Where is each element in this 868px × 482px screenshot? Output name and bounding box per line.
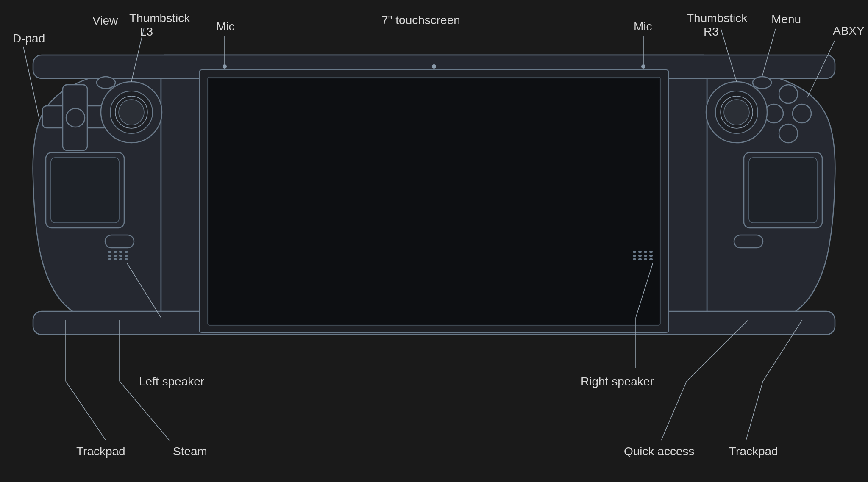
svg-point-53 bbox=[223, 64, 227, 69]
svg-point-8 bbox=[66, 108, 85, 127]
label-trackpad-right: Trackpad bbox=[729, 445, 778, 458]
svg-point-13 bbox=[97, 77, 115, 89]
svg-rect-27 bbox=[119, 258, 122, 260]
svg-rect-26 bbox=[114, 258, 117, 260]
svg-rect-28 bbox=[125, 258, 128, 260]
label-thumbstick-l3-sub: L3 bbox=[140, 25, 153, 38]
svg-rect-48 bbox=[649, 255, 653, 257]
svg-rect-52 bbox=[649, 258, 653, 260]
svg-rect-46 bbox=[638, 255, 642, 257]
svg-rect-43 bbox=[644, 251, 647, 253]
svg-rect-49 bbox=[633, 258, 636, 260]
svg-point-31 bbox=[779, 124, 798, 143]
svg-line-66 bbox=[66, 381, 106, 440]
label-thumbstick-r3: Thumbstick bbox=[687, 11, 748, 25]
svg-rect-21 bbox=[108, 255, 111, 257]
svg-rect-17 bbox=[108, 251, 111, 253]
label-thumbstick-l3: Thumbstick bbox=[129, 11, 190, 25]
svg-rect-15 bbox=[51, 158, 119, 223]
label-view: View bbox=[92, 14, 118, 27]
svg-rect-24 bbox=[125, 255, 128, 257]
svg-rect-40 bbox=[734, 235, 763, 248]
label-menu: Menu bbox=[771, 13, 801, 26]
label-mic-left: Mic bbox=[216, 20, 235, 33]
svg-point-30 bbox=[793, 104, 811, 123]
label-dpad: D-pad bbox=[13, 32, 45, 45]
svg-rect-45 bbox=[633, 255, 636, 257]
label-thumbstick-r3-sub: R3 bbox=[704, 25, 719, 38]
svg-point-35 bbox=[724, 100, 749, 125]
svg-rect-41 bbox=[633, 251, 636, 253]
svg-rect-51 bbox=[644, 258, 647, 260]
svg-rect-50 bbox=[638, 258, 642, 260]
diagram-container: .dev-stroke { fill: none; stroke: #6a7a8… bbox=[0, 0, 868, 482]
label-trackpad-left: Trackpad bbox=[76, 445, 125, 458]
svg-point-29 bbox=[779, 85, 798, 103]
label-abxy: ABXY bbox=[833, 24, 865, 37]
label-steam: Steam bbox=[173, 445, 207, 458]
label-touchscreen: 7" touchscreen bbox=[381, 14, 460, 27]
label-right-speaker: Right speaker bbox=[581, 375, 654, 388]
svg-rect-23 bbox=[119, 255, 122, 257]
label-quick-access: Quick access bbox=[624, 445, 695, 458]
svg-point-54 bbox=[432, 64, 436, 69]
svg-rect-39 bbox=[749, 158, 817, 223]
svg-line-68 bbox=[120, 381, 170, 440]
svg-rect-47 bbox=[644, 255, 647, 257]
svg-rect-19 bbox=[119, 251, 122, 253]
svg-point-55 bbox=[641, 64, 645, 69]
svg-rect-18 bbox=[114, 251, 117, 253]
svg-rect-5 bbox=[209, 79, 659, 324]
svg-rect-22 bbox=[114, 255, 117, 257]
svg-rect-16 bbox=[105, 235, 134, 248]
svg-line-74 bbox=[661, 381, 687, 440]
svg-point-11 bbox=[119, 100, 144, 125]
svg-point-37 bbox=[753, 77, 771, 89]
svg-line-76 bbox=[746, 381, 763, 440]
svg-rect-44 bbox=[649, 251, 653, 253]
label-mic-right: Mic bbox=[634, 20, 652, 33]
svg-rect-20 bbox=[125, 251, 128, 253]
label-left-speaker: Left speaker bbox=[139, 375, 204, 388]
svg-rect-42 bbox=[638, 251, 642, 253]
svg-rect-25 bbox=[108, 258, 111, 260]
